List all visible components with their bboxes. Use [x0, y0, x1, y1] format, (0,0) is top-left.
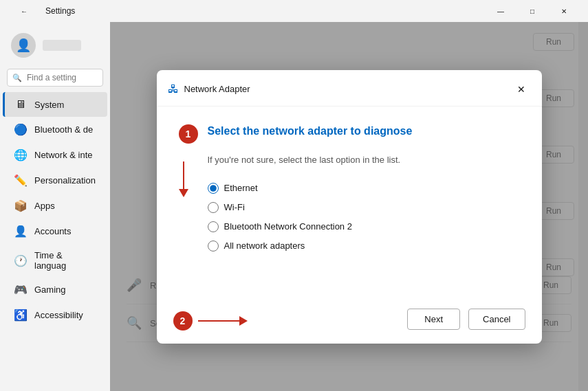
sidebar-item-apps-label: Apps — [34, 201, 55, 211]
titlebar: ← Settings — □ ✕ — [0, 0, 588, 22]
step1-header: 1 Select the network adapter to diagnose — [179, 123, 520, 144]
back-button[interactable]: ← — [8, 0, 40, 22]
sidebar-item-time-label: Time & languag — [34, 250, 96, 271]
overlay: 🖧 Network Adapter ✕ 1 Select the network… — [110, 22, 588, 391]
step1-badge: 1 — [179, 124, 198, 144]
option-wifi-label: Wi-Fi — [224, 202, 245, 212]
option-all-adapters[interactable]: All network adapters — [208, 236, 520, 256]
sidebar-item-bluetooth-label: Bluetooth & de — [34, 124, 93, 135]
dialog-title: Network Adapter — [184, 84, 250, 94]
step1-heading: Select the network adapter to diagnose — [208, 123, 413, 137]
gaming-icon: 🎮 — [14, 283, 28, 296]
sidebar: 👤 🔍 🖥 System 🔵 Bluetooth & de 🌐 Network … — [0, 22, 110, 391]
sidebar-item-network[interactable]: 🌐 Network & inte — [3, 142, 107, 168]
sidebar-item-accounts[interactable]: 👤 Accounts — [3, 219, 107, 244]
option-bluetooth-conn[interactable]: Bluetooth Network Connection 2 — [208, 217, 520, 236]
sidebar-item-system-label: System — [34, 100, 64, 110]
sidebar-item-gaming[interactable]: 🎮 Gaming — [3, 277, 107, 302]
sidebar-item-apps[interactable]: 📦 Apps — [3, 193, 107, 219]
footer-arrow-line — [198, 320, 239, 322]
option-ethernet-label: Ethernet — [224, 183, 258, 193]
option-all-adapters-label: All network adapters — [224, 241, 305, 251]
sidebar-item-personalization-label: Personalization — [34, 175, 96, 186]
sidebar-item-personalization[interactable]: ✏️ Personalization — [3, 168, 107, 193]
sidebar-item-accessibility-label: Accessibility — [34, 310, 83, 320]
radio-ethernet[interactable] — [208, 183, 219, 194]
titlebar-controls: — □ ✕ — [485, 0, 580, 22]
sidebar-item-network-label: Network & inte — [34, 150, 93, 160]
avatar-name — [43, 40, 81, 51]
arrow-line — [183, 161, 184, 189]
system-icon: 🖥 — [14, 98, 28, 111]
bluetooth-icon: 🔵 — [14, 123, 28, 136]
radio-wifi[interactable] — [208, 202, 219, 213]
avatar: 👤 — [11, 33, 36, 58]
option-ethernet[interactable]: Ethernet — [208, 179, 520, 198]
sidebar-item-gaming-label: Gaming — [34, 284, 66, 295]
sidebar-user: 👤 — [0, 27, 110, 69]
step2-badge: 2 — [173, 311, 193, 331]
time-icon: 🕐 — [14, 254, 28, 267]
app-layout: 👤 🔍 🖥 System 🔵 Bluetooth & de 🌐 Network … — [0, 22, 588, 391]
apps-icon: 📦 — [14, 199, 28, 212]
sidebar-item-time[interactable]: 🕐 Time & languag — [3, 244, 107, 277]
window-close-button[interactable]: ✕ — [548, 0, 580, 22]
network-adapter-dialog: 🖧 Network Adapter ✕ 1 Select the network… — [157, 70, 542, 344]
network-icon: 🌐 — [14, 148, 28, 161]
app-title: Settings — [45, 6, 75, 16]
dialog-close-button[interactable]: ✕ — [512, 80, 531, 99]
content-area: 🎤 Recording Audio Run 🔍 Search and Index… — [110, 22, 588, 391]
option-bluetooth-conn-label: Bluetooth Network Connection 2 — [224, 221, 352, 232]
dialog-titlebar: 🖧 Network Adapter ✕ — [157, 70, 542, 107]
option-wifi[interactable]: Wi-Fi — [208, 198, 520, 217]
sidebar-item-system[interactable]: 🖥 System — [3, 92, 107, 117]
titlebar-left: ← Settings — [8, 0, 75, 22]
dialog-footer: 2 Next Cancel — [157, 299, 542, 344]
footer-arrow — [198, 316, 248, 326]
sidebar-item-accessibility[interactable]: ♿ Accessibility — [3, 302, 107, 328]
search-icon: 🔍 — [12, 74, 22, 82]
footer-arrow-head — [239, 316, 248, 326]
radio-bluetooth-conn[interactable] — [208, 221, 219, 232]
step1-subtitle: If you're not sure, select the last opti… — [208, 155, 520, 165]
radio-group: Ethernet Wi-Fi Bluetooth Network Connect… — [208, 179, 520, 256]
sidebar-item-bluetooth[interactable]: 🔵 Bluetooth & de — [3, 117, 107, 142]
search-box[interactable]: 🔍 — [7, 69, 103, 87]
accessibility-icon: ♿ — [14, 309, 28, 322]
personalization-icon: ✏️ — [14, 174, 28, 187]
minimize-button[interactable]: — — [485, 0, 516, 22]
dialog-network-icon: 🖧 — [168, 83, 179, 96]
radio-all-adapters[interactable] — [208, 241, 219, 252]
accounts-icon: 👤 — [14, 225, 28, 238]
sidebar-item-accounts-label: Accounts — [34, 226, 71, 236]
maximize-button[interactable]: □ — [516, 0, 548, 22]
step2-annotation: 2 — [173, 311, 248, 331]
dialog-title-left: 🖧 Network Adapter — [168, 83, 250, 96]
arrow-head — [179, 189, 188, 197]
cancel-button[interactable]: Cancel — [468, 309, 525, 330]
next-button[interactable]: Next — [407, 309, 460, 330]
dialog-body: 1 Select the network adapter to diagnose… — [157, 107, 542, 299]
step1-arrow — [179, 161, 188, 197]
